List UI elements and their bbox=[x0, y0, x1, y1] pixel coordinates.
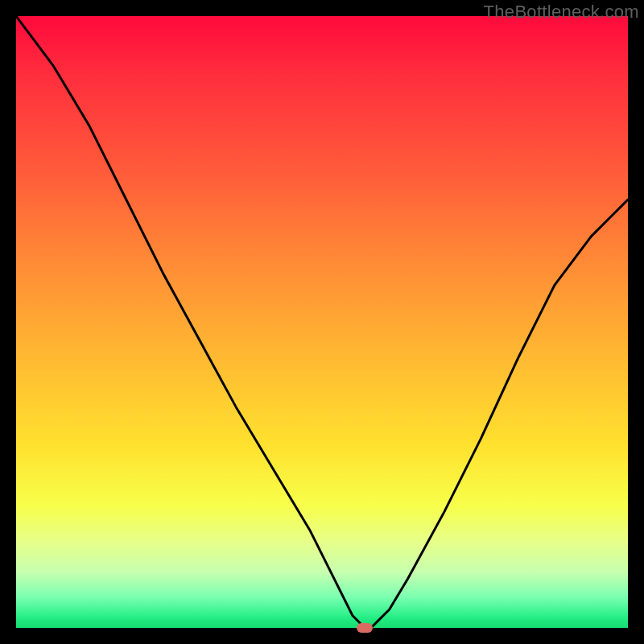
optimal-point-marker bbox=[357, 623, 373, 633]
plot-gradient-background bbox=[16, 16, 628, 628]
watermark-text: TheBottleneck.com bbox=[484, 2, 639, 23]
chart-root: TheBottleneck.com bbox=[0, 0, 644, 644]
